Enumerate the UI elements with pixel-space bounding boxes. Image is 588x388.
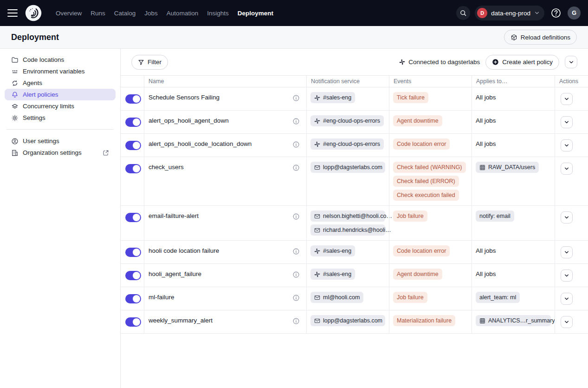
info-icon[interactable] <box>292 94 300 102</box>
notification-service-cell: #eng-cloud-ops-errors <box>306 134 389 157</box>
table-row: email-failture-alertnelson.bighetti@hool… <box>121 206 588 241</box>
create-alert-policy-menu-button[interactable] <box>565 56 577 68</box>
info-icon[interactable] <box>292 141 300 148</box>
applies-to-cell: All jobs <box>472 111 555 133</box>
alert-policy-toggle[interactable] <box>125 317 141 327</box>
notification-tag: #sales-eng <box>310 92 355 103</box>
chevron-down-icon <box>564 319 569 325</box>
filter-icon <box>138 59 144 66</box>
alert-policy-name: email-failture-alert <box>149 212 199 219</box>
alert-policy-toggle[interactable] <box>125 118 141 127</box>
info-icon[interactable] <box>292 271 300 278</box>
slack-icon <box>314 118 320 124</box>
sidebar-item-user-settings[interactable]: User settings <box>5 135 116 147</box>
notification-service-cell: #sales-eng <box>306 264 389 287</box>
chevron-down-icon <box>564 215 569 220</box>
sidebar-item-label: User settings <box>23 138 59 145</box>
applies-to-cell: ANALYTICS…r_summary <box>472 310 555 333</box>
connection-status: Connected to dagsterlabs <box>399 59 480 66</box>
top-navbar: OverviewRunsCatalogJobsAutomationInsight… <box>0 0 588 26</box>
notification-service-cell: #sales-eng <box>306 87 389 110</box>
notification-service-cell: ml@hooli.com <box>306 287 389 310</box>
name-cell: email-failture-alert <box>144 206 306 240</box>
table-row: alert_ops_hooli_agent_down#eng-cloud-ops… <box>121 111 588 134</box>
nav-item-automation[interactable]: Automation <box>167 7 198 20</box>
sidebar-item-code-locations[interactable]: Code locations <box>5 54 116 66</box>
email-icon <box>314 213 320 219</box>
slack-icon <box>314 248 320 254</box>
sidebar-item-settings[interactable]: Settings <box>5 112 116 124</box>
sidebar-item-agents[interactable]: Agents <box>5 77 116 89</box>
nav-item-runs[interactable]: Runs <box>90 7 105 20</box>
nav-item-insights[interactable]: Insights <box>207 7 229 20</box>
alert-policy-toggle[interactable] <box>125 271 141 280</box>
alert-policy-toggle[interactable] <box>125 94 141 104</box>
hamburger-menu-icon[interactable] <box>7 9 19 17</box>
info-icon[interactable] <box>292 164 300 171</box>
alert-policy-name: check_users <box>149 164 184 171</box>
layers-icon <box>11 103 19 110</box>
sidebar-item-organization-settings[interactable]: Organization settings <box>5 147 116 158</box>
alert-policy-name: alert_ops_hooli_code_location_down <box>149 140 252 147</box>
nav-item-jobs[interactable]: Jobs <box>144 7 158 20</box>
help-button[interactable] <box>549 6 563 20</box>
sidebar-item-alert-policies[interactable]: Alert policies <box>5 89 116 100</box>
event-tag: Check execution failed <box>393 190 459 201</box>
row-actions-button[interactable] <box>561 246 573 258</box>
events-cell: Code location error <box>389 241 472 263</box>
slack-icon <box>314 271 320 277</box>
reload-definitions-button[interactable]: Reload definitions <box>504 30 577 45</box>
row-actions-button[interactable] <box>561 293 573 305</box>
actions-cell <box>555 111 588 133</box>
sidebar-item-concurrency-limits[interactable]: Concurrency limits <box>5 100 116 112</box>
row-actions-button[interactable] <box>561 139 573 151</box>
alert-policy-name: hooli_agent_failure <box>149 270 201 277</box>
notification-service-cell: nelson.bighetti@hooli.co…richard.hendric… <box>306 206 389 240</box>
row-actions-button[interactable] <box>561 163 573 175</box>
sidebar-item-label: Environment variables <box>23 68 85 75</box>
sidebar-item-label: Organization settings <box>23 149 82 156</box>
create-alert-policy-button[interactable]: Create alert policy <box>485 55 559 70</box>
alert-policy-toggle[interactable] <box>125 213 141 222</box>
alert-policy-name: Schedule Sensors Failing <box>149 94 220 101</box>
name-cell: ml-failure <box>144 287 306 310</box>
actions-cell <box>555 241 588 263</box>
external-link-icon[interactable] <box>103 150 109 156</box>
slack-icon <box>399 59 405 65</box>
table-row: ml-failureml@hooli.comJob failurealert_t… <box>121 287 588 310</box>
applies-to-cell: All jobs <box>472 134 555 157</box>
info-icon[interactable] <box>292 213 300 220</box>
alert-policy-toggle[interactable] <box>125 248 141 257</box>
actions-cell <box>555 157 588 205</box>
table-row: hooli_agent_failure#sales-engAgent downt… <box>121 264 588 287</box>
search-button[interactable] <box>456 6 470 20</box>
nav-item-catalog[interactable]: Catalog <box>114 7 136 20</box>
sidebar-item-environment-variables[interactable]: Environment variables <box>5 66 116 77</box>
applies-to-cell: All jobs <box>472 87 555 110</box>
event-tag: Check failed (WARNING) <box>393 162 466 173</box>
info-icon[interactable] <box>292 294 300 302</box>
notification-tag: nelson.bighetti@hooli.co… <box>310 210 385 222</box>
row-actions-button[interactable] <box>561 211 573 224</box>
events-cell: Tick failure <box>389 87 472 110</box>
deployment-switcher[interactable]: D data-eng-prod <box>475 6 544 20</box>
nav-item-overview[interactable]: Overview <box>56 7 82 20</box>
chevron-down-icon <box>564 296 569 302</box>
applies-to-cell: All jobs <box>472 241 555 263</box>
filter-button[interactable]: Filter <box>131 55 168 70</box>
alert-policy-toggle[interactable] <box>125 164 141 173</box>
event-tag: Agent downtime <box>393 269 442 280</box>
alert-policy-toggle[interactable] <box>125 141 141 150</box>
notification-service-cell: lopp@dagsterlabs.com <box>306 310 389 333</box>
row-actions-button[interactable] <box>561 316 573 328</box>
applies-to-tag: ANALYTICS…r_summary <box>476 315 551 326</box>
nav-item-deployment[interactable]: Deployment <box>238 7 273 20</box>
row-actions-button[interactable] <box>561 270 573 282</box>
row-actions-button[interactable] <box>561 116 573 128</box>
alert-policy-toggle[interactable] <box>125 294 141 303</box>
info-icon[interactable] <box>292 317 300 325</box>
info-icon[interactable] <box>292 248 300 255</box>
user-avatar[interactable]: G <box>568 7 581 20</box>
row-actions-button[interactable] <box>561 93 573 105</box>
info-icon[interactable] <box>292 118 300 125</box>
